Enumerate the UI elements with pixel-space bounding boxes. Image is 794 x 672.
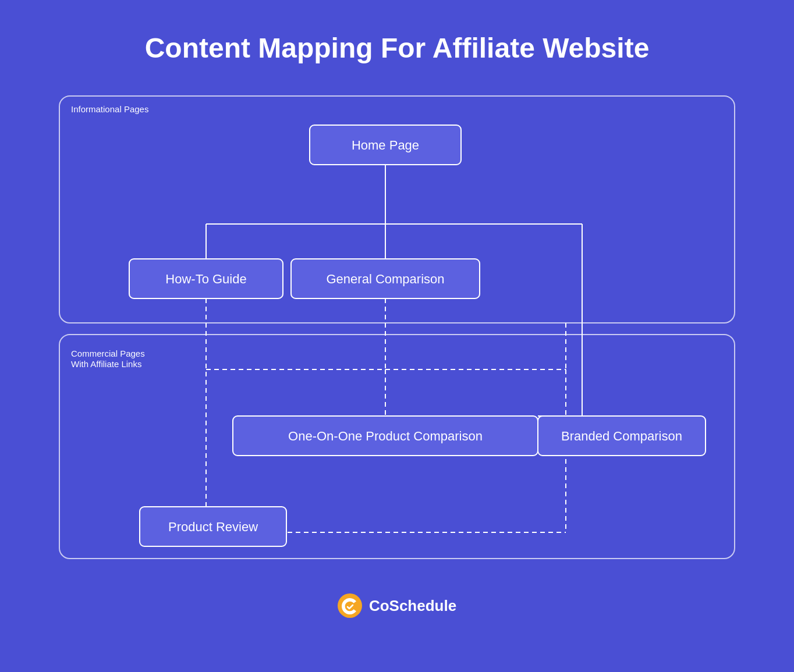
how-to-guide-label: How-To Guide xyxy=(165,272,246,286)
coschedule-logo-icon xyxy=(338,593,362,618)
home-page-label: Home Page xyxy=(352,138,419,152)
diagram-svg: Informational Pages Commercial Pages Wit… xyxy=(54,90,740,567)
commercial-pages-label2: With Affiliate Links xyxy=(71,359,141,369)
diagram-container: Informational Pages Commercial Pages Wit… xyxy=(54,90,740,567)
info-pages-label: Informational Pages xyxy=(71,104,148,114)
one-on-one-label: One-On-One Product Comparison xyxy=(288,429,483,443)
general-comparison-label: General Comparison xyxy=(327,272,445,286)
page-title: Content Mapping For Affiliate Website xyxy=(145,32,650,64)
commercial-pages-label: Commercial Pages xyxy=(71,349,145,358)
product-review-label: Product Review xyxy=(168,520,258,534)
footer: CoSchedule xyxy=(338,593,456,618)
branded-comparison-label: Branded Comparison xyxy=(561,429,682,443)
footer-brand-name: CoSchedule xyxy=(369,597,456,615)
